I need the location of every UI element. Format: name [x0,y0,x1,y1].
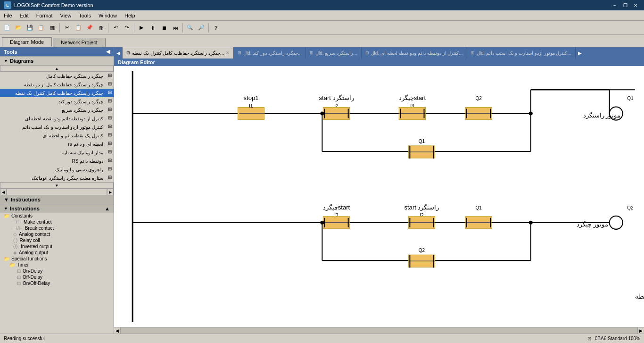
help-btn[interactable]: ? [211,23,221,33]
tree-relay-coil[interactable]: ( ) Relay coil [0,237,114,243]
sep5 [208,23,209,33]
delete-btn[interactable]: 🗑 [96,23,106,33]
tab-diagram-mode[interactable]: Diagram Mode [2,37,52,47]
scroll-up-btn[interactable]: ▲ [0,65,114,72]
tree-onoff-delay[interactable]: ⊡ On/Off-Delay [0,280,114,286]
diagram-tab-0[interactable]: ⊞ چیگرد راستگرد حفاظت کامل کنترل یک نقطه… [123,47,234,59]
diagram-item-6[interactable]: ⊞ کنترل موتور ازدو استارت و یک استپ دائم [0,123,114,131]
diagram-item-12[interactable]: ⊞ ستاره مغلث چیگرد راستگرد اتوماتیک [0,174,114,182]
onoff-delay-icon: ⊡ [17,281,21,286]
tools-panel: Tools ◀ ▼ Diagrams ▲ ⊞ چیگرد راستگرد حفا… [0,47,114,334]
save-btn[interactable]: 💾 [25,23,35,33]
menu-view[interactable]: View [57,10,75,20]
maximize-button[interactable]: ❐ [620,1,630,9]
diagrams-section-header[interactable]: ▼ Diagrams [0,56,114,65]
tree-make-contact[interactable]: ⊣⊢ Make contact [0,219,114,225]
diagram-item-3[interactable]: ⊞ چیگرد راستگرد دور کند [0,97,114,106]
tab-nav-right[interactable]: ▶ [576,47,584,59]
diagram-tab-2[interactable]: ⊞ لld. راستگرد سریع... [306,47,361,59]
svg-text:موتور راستگرد: موتور راستگرد [583,112,621,119]
break-contact-label: Break contact [25,226,54,231]
diagram-tab-close-0[interactable]: ✕ [226,50,230,55]
diagram-icon-6: ⊞ [105,124,112,130]
zoom-in-btn[interactable]: 🔍 [185,23,195,33]
instructions-sub-label: Instructions [10,206,40,211]
instructions-scroll-up[interactable]: ▲ [105,206,110,211]
tab-nav-left[interactable]: ◀ [114,47,123,59]
svg-point-79 [529,221,533,225]
instructions-arrow-icon: ▼ [4,197,9,202]
scroll-right-btn[interactable]: ▶ [107,189,114,195]
tab-network-project[interactable]: Network Project [53,38,106,47]
tb-btn4[interactable]: 📋 [36,23,46,33]
instructions-sub-header[interactable]: ▼ Instructions ▲ [0,204,114,213]
timer-folder[interactable]: 📁 Timer [0,262,114,268]
diagram-tab-4[interactable]: ⊞ لld. کنترل موتور ازدو استارت و یک استپ… [467,47,576,59]
diagram-tab-3[interactable]: ⊞ لld. کنترل از دونقطه دائم ودو نقطه لحظ… [362,47,467,59]
window-controls[interactable]: − ❐ ✕ [610,1,640,9]
menu-help[interactable]: Help [121,10,139,20]
new-btn[interactable]: 📄 [2,23,12,33]
scroll-down-btn[interactable]: ▼ [0,182,114,189]
tree-break-contact[interactable]: ⊣/⊢ Break contact [0,225,114,231]
svg-text:Q1: Q1 [419,139,425,144]
tree-inverted-output[interactable]: (/). Inverted output [0,243,114,250]
diagram-item-7[interactable]: ⊞ کنترل یک نقطه دائم و لحظه ای [0,131,114,140]
diagram-item-11[interactable]: ⊞ راهروی دستی و اتوماتیک [0,165,114,174]
sim-btn4[interactable]: ⏭ [170,23,181,33]
diagram-item-4[interactable]: ⊞ چیگرد راستگرد سریع [0,106,114,114]
special-functions-folder[interactable]: 📁 Special functions [0,256,114,262]
tools-collapse-icon[interactable]: ◀ [106,49,110,55]
redo-btn[interactable]: ↷ [122,23,132,33]
close-button[interactable]: ✕ [631,1,640,9]
diagram-item-1[interactable]: ⊞ چیگرد راستگرد حفاظت کامل از دو نقطه [0,80,114,89]
off-delay-label: Off-Delay [23,275,42,280]
sim-btn2[interactable]: ⏸ [148,23,158,33]
minimize-button[interactable]: − [610,1,619,9]
svg-text:Q1: Q1 [627,96,634,101]
undo-btn[interactable]: ↶ [110,23,121,33]
diagram-canvas[interactable]: stop1 I1 I1 راستگرد start I2 [114,66,644,327]
diagram-tab-1[interactable]: ⊞ لld. چیگرد راستگرد دور کند... [234,47,306,59]
h-scrollbar[interactable]: ◀ ▶ [114,327,644,334]
tree-analog-contact[interactable]: ◇ Analog contact [0,231,114,237]
diagram-item-5[interactable]: ⊞ کنترل از دونقطه دائم ودو نقطه لحظه ای [0,114,114,123]
svg-text:Q1: Q1 [475,205,482,210]
tree-on-delay[interactable]: ⊡ On-Delay [0,268,114,274]
copy-btn[interactable]: 📋 [73,23,83,33]
timer-label: Timer [17,262,29,268]
diagram-item-0[interactable]: ⊞ چیگرد راستگرد حفاظت کامل [0,72,114,80]
diagram-item-9[interactable]: ⊞ مدار اتوماتیک سه تایه [0,148,114,157]
main-layout: Tools ◀ ▼ Diagrams ▲ ⊞ چیگرد راستگرد حفا… [0,47,644,334]
diagram-item-8[interactable]: ⊞ لحظه ای و دائم rs [0,140,114,148]
menu-format[interactable]: Format [33,10,57,20]
diagram-icon-5: ⊞ [105,115,112,122]
instructions-section-header[interactable]: ▼ Instructions [0,195,114,204]
diagram-item-label-3: چیگرد راستگرد دور کند [58,99,103,104]
diagram-tab-label-1: لld. چیگرد راستگرد دور کند... [243,50,302,56]
menu-edit[interactable]: Edit [16,10,33,20]
diagram-icon-12: ⊞ [105,175,112,181]
diagram-item-10[interactable]: ⊞ دونقطه دائم RS [0,157,114,165]
horiz-scroll[interactable]: ◀ ▶ [0,189,114,195]
zoom-out-btn[interactable]: 🔎 [196,23,206,33]
sim-btn1[interactable]: ▶ [136,23,147,33]
tb-btn5[interactable]: ▦ [47,23,58,33]
open-btn[interactable]: 📂 [13,23,24,33]
on-delay-icon: ⊡ [17,268,21,274]
menu-window[interactable]: Window [95,10,121,20]
diagram-item-2[interactable]: ⊞ چیگرد راستگرد حفاظت کامل کنترل یک نقطه [0,89,114,97]
paste-btn[interactable]: 📌 [84,23,95,33]
scroll-left-btn[interactable]: ◀ [0,189,7,195]
cut-btn[interactable]: ✂ [62,23,72,33]
sim-btn3[interactable]: ⏹ [159,23,169,33]
diagram-item-label-7: کنترل یک نقطه دائم و لحظه ای [42,133,103,138]
menu-file[interactable]: File [0,10,16,20]
special-functions-label: Special functions [11,256,47,261]
constants-folder[interactable]: 📁 Constants [0,213,114,219]
tree-off-delay[interactable]: ⊡ Off-Delay [0,274,114,280]
hscroll-left-btn[interactable]: ◀ [114,327,121,334]
tree-analog-output[interactable]: ◈ Analog output [0,250,114,256]
menu-tools[interactable]: Tools [75,10,95,20]
hscroll-right-btn[interactable]: ▶ [637,327,644,334]
